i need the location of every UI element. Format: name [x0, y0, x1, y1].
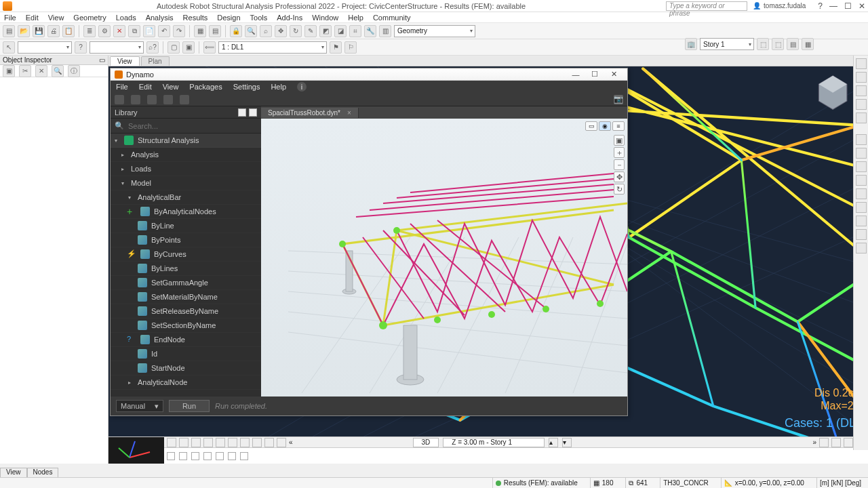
- tb-pan[interactable]: ✥: [275, 25, 287, 37]
- layout-combo[interactable]: Geometry: [394, 25, 475, 37]
- rt-3[interactable]: [856, 85, 867, 96]
- tb-layers[interactable]: ≣: [83, 25, 96, 37]
- rt-13[interactable]: [856, 229, 867, 240]
- help-icon[interactable]: ?: [818, 1, 823, 11]
- sel-view1[interactable]: ▢: [167, 41, 180, 54]
- maximize-icon[interactable]: ☐: [844, 1, 852, 11]
- menu-loads[interactable]: Loads: [116, 14, 136, 22]
- axis-gizmo[interactable]: [108, 437, 164, 464]
- vb-3[interactable]: [191, 438, 201, 447]
- dyn-menu-settings[interactable]: Settings: [233, 83, 260, 91]
- dynamo-3d-preview[interactable]: ▭ ◉ ≡ ▣ ＋ － ✥ ↻: [261, 119, 627, 396]
- vb-r2[interactable]: [831, 438, 841, 447]
- tb-layout[interactable]: ▥: [379, 25, 391, 37]
- tb-sel4[interactable]: ⌗: [349, 25, 361, 37]
- vb-scroll[interactable]: »: [812, 439, 816, 446]
- tb-sel3[interactable]: ◪: [334, 25, 347, 37]
- oi-info-icon[interactable]: ⓘ: [68, 65, 80, 77]
- lib-btn2[interactable]: [249, 108, 257, 117]
- vb-r3[interactable]: [844, 438, 853, 447]
- oi-btn3[interactable]: ✕: [35, 65, 47, 77]
- vb-10[interactable]: [277, 438, 286, 447]
- vb-more[interactable]: «: [289, 439, 293, 446]
- close-icon[interactable]: ✕: [859, 1, 865, 11]
- rt-9[interactable]: [856, 175, 867, 186]
- tree-model[interactable]: ▾Model: [111, 176, 261, 190]
- vb-7[interactable]: [240, 438, 250, 447]
- dyn-menu-edit[interactable]: Edit: [139, 83, 152, 91]
- lr-1[interactable]: [167, 452, 175, 460]
- minimize-icon[interactable]: —: [829, 1, 837, 11]
- tb-zoom[interactable]: 🔍: [245, 25, 257, 37]
- dynamo-search-input[interactable]: [128, 122, 257, 130]
- rt-14[interactable]: [856, 243, 867, 253]
- menu-help[interactable]: Help: [348, 14, 363, 22]
- dyn-menu-view[interactable]: View: [163, 83, 179, 91]
- menu-file[interactable]: File: [4, 14, 16, 22]
- node-setgammaangle[interactable]: SetGammaAngle: [111, 276, 261, 290]
- dyn-orbit-icon[interactable]: ↻: [614, 184, 625, 195]
- node-byanalyticalnodes[interactable]: +ByAnalyticalNodes: [111, 205, 261, 219]
- help-search[interactable]: Type a keyword or phrase: [666, 1, 747, 11]
- oi-btn1[interactable]: ▣: [3, 65, 15, 77]
- viewport[interactable]: Dis 0.2cm Max=2.0 Cases: 1 (DL1 Dynamo —…: [108, 66, 868, 436]
- tab-close-icon[interactable]: ×: [347, 109, 351, 117]
- oi-btn2[interactable]: ✂: [19, 65, 31, 77]
- dynamo-search[interactable]: 🔍: [111, 119, 261, 134]
- tb-orbit[interactable]: ↻: [290, 25, 302, 37]
- tb-undo[interactable]: ↶: [158, 25, 170, 37]
- menu-view[interactable]: View: [48, 14, 64, 22]
- node-endnode[interactable]: ?EndNode: [111, 333, 261, 347]
- tree-analyticalbar[interactable]: ▾AnalyticalBar: [111, 190, 261, 205]
- sel-filter[interactable]: ⌕?: [146, 41, 159, 54]
- tb-settings[interactable]: 🔧: [364, 25, 376, 37]
- story-btn2[interactable]: ⬚: [772, 38, 784, 50]
- vb-down[interactable]: ▾: [562, 438, 572, 447]
- sel-combo1[interactable]: [18, 41, 72, 54]
- vb-4[interactable]: [203, 438, 213, 447]
- dyn-zoomout-icon[interactable]: －: [614, 159, 625, 170]
- view-z-pill[interactable]: Z = 3.00 m - Story 1: [443, 438, 545, 447]
- sel-combo2[interactable]: [90, 41, 144, 54]
- vb-6[interactable]: [228, 438, 237, 447]
- rt-2[interactable]: [856, 72, 867, 83]
- dynamo-close-icon[interactable]: ✕: [604, 70, 623, 79]
- node-id[interactable]: Id: [111, 347, 261, 361]
- sel-view2[interactable]: ▣: [182, 41, 195, 54]
- tab-plan[interactable]: Plan: [141, 56, 170, 66]
- status-units[interactable]: [m] [kN] [Deg]: [816, 478, 864, 488]
- tb-table2[interactable]: ▤: [209, 25, 221, 37]
- oi-zoom-icon[interactable]: 🔍: [52, 65, 64, 77]
- menu-edit[interactable]: Edit: [26, 14, 39, 22]
- rt-12[interactable]: [856, 216, 867, 226]
- node-startnode[interactable]: StartNode: [111, 361, 261, 375]
- menu-design[interactable]: Design: [217, 14, 240, 22]
- menu-analysis[interactable]: Analysis: [146, 14, 174, 22]
- rt-8[interactable]: [856, 161, 867, 172]
- rt-5[interactable]: [856, 113, 867, 123]
- dyn-menu-info-icon[interactable]: i: [297, 82, 307, 92]
- dyn-menu-packages[interactable]: Packages: [189, 83, 222, 91]
- sel-help[interactable]: ?: [75, 41, 87, 54]
- dyn-pan-icon[interactable]: ✥: [614, 171, 625, 182]
- tb-open[interactable]: 📂: [18, 25, 30, 37]
- dynamo-titlebar[interactable]: Dynamo — ☐ ✕: [111, 68, 627, 81]
- node-byline[interactable]: ByLine: [111, 219, 261, 233]
- menu-tools[interactable]: Tools: [250, 14, 268, 22]
- dyn-menu-help[interactable]: Help: [271, 83, 286, 91]
- dynamo-file-tab[interactable]: SpacialTrussRobot.dyn*×: [261, 108, 359, 118]
- lr-7[interactable]: [240, 452, 248, 460]
- dyn-open-icon[interactable]: [131, 95, 140, 104]
- case-prev[interactable]: ⟸: [203, 41, 216, 54]
- status-material[interactable]: TH30_CONCR: [660, 478, 711, 488]
- rt-10[interactable]: [856, 188, 867, 199]
- tb-screenshot[interactable]: 📋: [62, 25, 75, 37]
- dynamo-maximize-icon[interactable]: ☐: [585, 70, 604, 79]
- tree-loads[interactable]: ▸Loads: [111, 162, 261, 176]
- tb-new[interactable]: ▤: [3, 25, 15, 37]
- story-combo[interactable]: Story 1: [700, 38, 754, 50]
- dynamo-minimize-icon[interactable]: —: [566, 70, 585, 79]
- tb-copy[interactable]: ⧉: [128, 25, 140, 37]
- rt-4[interactable]: [856, 99, 867, 110]
- dyn-new-icon[interactable]: [115, 95, 124, 104]
